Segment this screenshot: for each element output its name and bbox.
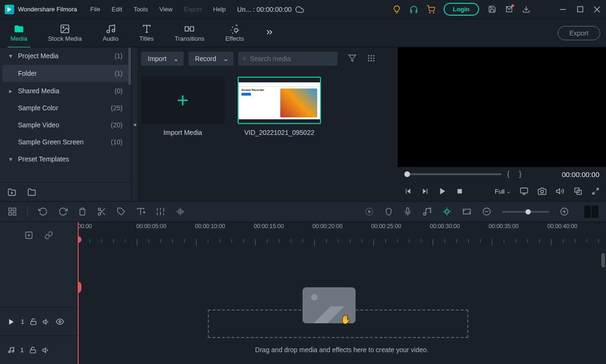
auto-reframe-icon[interactable] xyxy=(442,207,452,216)
svg-marker-88 xyxy=(9,319,13,325)
save-icon[interactable] xyxy=(488,5,496,14)
delete-icon[interactable] xyxy=(78,207,87,216)
audio-mixer-icon[interactable] xyxy=(422,207,432,216)
minimize-icon[interactable] xyxy=(559,5,567,14)
volume-icon[interactable] xyxy=(556,187,564,195)
cloud-icon[interactable] xyxy=(295,5,304,14)
sidebar-item-preset-templates[interactable]: ▾ Preset Templates xyxy=(0,151,131,168)
zoom-in-icon[interactable] xyxy=(560,207,569,216)
menu-tools[interactable]: Tools xyxy=(129,4,152,15)
sidebar-item-sample-color[interactable]: Sample Color (25) xyxy=(0,99,131,116)
svg-rect-47 xyxy=(9,208,12,211)
split-icon[interactable] xyxy=(97,207,107,216)
stop-button[interactable] xyxy=(456,188,463,195)
preview-viewport[interactable] xyxy=(398,47,606,167)
menu-view[interactable]: View xyxy=(154,4,177,15)
timeline-scrollbar[interactable] xyxy=(601,253,605,267)
lock-icon[interactable] xyxy=(30,318,37,325)
quality-dropdown[interactable]: Full ⌄ xyxy=(495,188,510,195)
mute-icon[interactable] xyxy=(42,346,50,354)
popout-icon[interactable] xyxy=(574,187,582,195)
fullscreen-icon[interactable] xyxy=(592,187,599,195)
import-dropdown[interactable]: Import⌄ xyxy=(141,52,184,66)
sidebar-item-shared-media[interactable]: ▸ Shared Media (0) xyxy=(0,82,131,99)
layout-icon[interactable] xyxy=(8,207,17,216)
login-button[interactable]: Login xyxy=(444,3,479,16)
menu-help[interactable]: Help xyxy=(208,4,231,15)
svg-point-1 xyxy=(433,12,434,13)
lock-icon[interactable] xyxy=(29,346,36,354)
svg-point-15 xyxy=(234,28,238,32)
aspect-icon[interactable] xyxy=(462,207,472,216)
tab-titles[interactable]: Titles xyxy=(129,21,164,45)
svg-point-52 xyxy=(98,213,101,215)
cart-icon[interactable] xyxy=(427,5,435,14)
sidebar-scrollbar[interactable] xyxy=(128,47,131,182)
playhead[interactable] xyxy=(78,222,79,364)
folder-icon[interactable] xyxy=(27,188,36,196)
maximize-icon[interactable] xyxy=(576,5,584,14)
sidebar-item-sample-green-screen[interactable]: Sample Green Screen (10) xyxy=(0,133,131,151)
tab-stock-media[interactable]: Stock Media xyxy=(37,21,92,45)
menu-edit[interactable]: Edit xyxy=(107,4,127,15)
download-icon[interactable] xyxy=(522,5,530,14)
step-forward-button[interactable] xyxy=(421,187,429,195)
prev-frame-button[interactable] xyxy=(404,187,412,195)
ruler-label: 00:00:05:00 xyxy=(136,222,195,238)
close-icon[interactable] xyxy=(593,5,601,14)
marker-icon[interactable] xyxy=(384,207,393,216)
audio-track-header[interactable]: 1 xyxy=(0,336,77,364)
sidebar-item-sample-video[interactable]: Sample Video (20) xyxy=(0,116,131,133)
add-text-icon[interactable] xyxy=(136,207,145,216)
grid-view-icon[interactable] xyxy=(367,54,375,64)
undo-icon[interactable] xyxy=(38,207,48,216)
add-track-icon[interactable] xyxy=(25,231,33,240)
voiceover-icon[interactable] xyxy=(403,207,412,216)
tag-icon[interactable] xyxy=(117,207,125,216)
link-icon[interactable] xyxy=(45,231,53,240)
zoom-slider[interactable] xyxy=(502,211,549,213)
drag-preview-thumb[interactable]: ✋ xyxy=(303,287,356,323)
search-input[interactable] xyxy=(250,55,333,62)
audio-track-number: 1 xyxy=(20,346,24,354)
audio-levels-icon[interactable] xyxy=(176,207,185,216)
tab-effects[interactable]: Effects xyxy=(215,21,255,45)
menu-file[interactable]: File xyxy=(86,4,105,15)
new-folder-icon[interactable] xyxy=(8,188,16,196)
visibility-icon[interactable] xyxy=(56,318,64,326)
adjust-icon[interactable] xyxy=(156,207,165,216)
preview-scrubber[interactable] xyxy=(404,173,501,175)
sidebar-item-project-media[interactable]: ▾ Project Media (1) xyxy=(0,47,131,64)
tab-audio[interactable]: Audio xyxy=(92,21,129,45)
tab-media[interactable]: Media xyxy=(0,21,37,45)
timeline-tracks-area[interactable]: 00:0000:00:05:0000:00:10:0000:00:15:0000… xyxy=(78,222,606,364)
sidebar-item-folder[interactable]: Folder (1) xyxy=(2,65,129,82)
tips-icon[interactable] xyxy=(392,5,401,14)
svg-point-21 xyxy=(368,55,369,56)
support-icon[interactable] xyxy=(410,5,418,14)
tab-media-label: Media xyxy=(10,35,27,42)
record-dropdown[interactable]: Record⌄ xyxy=(188,52,233,66)
search-media-box[interactable] xyxy=(238,52,338,66)
svg-rect-78 xyxy=(446,210,449,213)
filter-icon[interactable] xyxy=(348,54,356,64)
redo-icon[interactable] xyxy=(58,207,68,216)
sidebar-collapse-button[interactable]: ◂ xyxy=(132,47,137,201)
zoom-out-icon[interactable] xyxy=(482,207,491,216)
timeline-view-toggle[interactable] xyxy=(584,205,598,218)
render-icon[interactable] xyxy=(365,207,374,216)
export-button[interactable]: Export xyxy=(558,26,600,40)
tab-transitions[interactable]: Transitions xyxy=(164,21,215,45)
mute-icon[interactable] xyxy=(43,318,50,326)
play-button[interactable] xyxy=(438,187,447,195)
more-tabs-icon[interactable] xyxy=(265,27,274,38)
import-media-tile[interactable]: Import Media xyxy=(141,77,224,136)
project-title: Un... : 00:00:00:00 xyxy=(237,6,292,13)
messages-icon[interactable] xyxy=(505,5,513,14)
trim-brackets[interactable]: {} xyxy=(507,170,531,178)
snapshot-icon[interactable] xyxy=(538,187,546,195)
video-track-header[interactable]: 1 xyxy=(0,307,77,336)
display-icon[interactable] xyxy=(520,187,528,195)
titlebar: Wondershare Filmora File Edit Tools View… xyxy=(0,0,606,19)
media-clip-tile[interactable]: Screen Recorder VID_20221021_095022 xyxy=(238,77,321,136)
